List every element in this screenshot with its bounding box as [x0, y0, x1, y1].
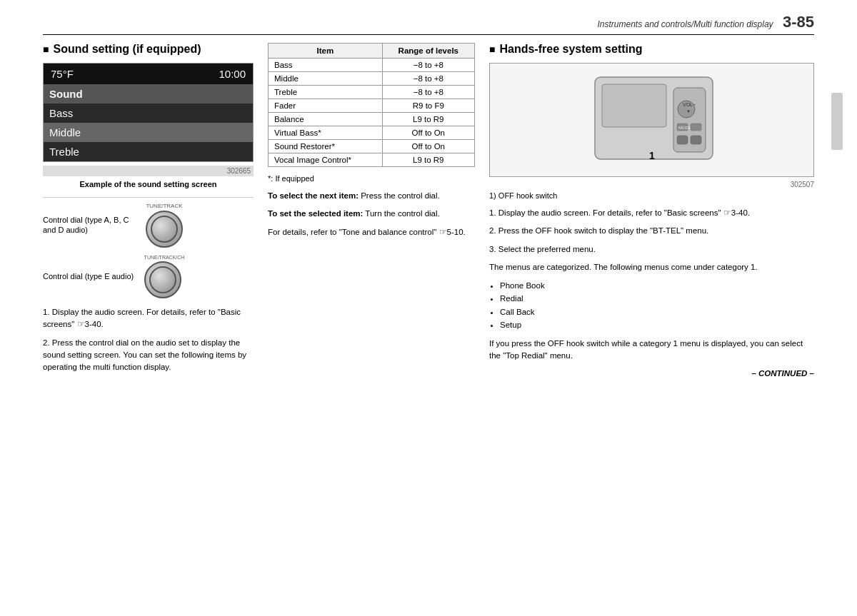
svg-text:VOL−: VOL− [683, 102, 696, 107]
continued-label: – CONTINUED – [489, 369, 814, 378]
table-row: Vocal Image Control* L9 to R9 [269, 153, 475, 167]
svg-rect-8 [691, 123, 701, 131]
main-content: Sound setting (if equipped) 75°F 10:00 S… [43, 43, 814, 602]
dial-text-e: TUNE/TRACK/CH [144, 255, 185, 260]
mid-instruction-2: To set the selected item: Turn the contr… [268, 208, 475, 220]
dial-img-a: TUNE/TRACK [143, 203, 186, 246]
screen-caption: Example of the sound setting screen [43, 180, 254, 188]
list-item-setup: Setup [500, 318, 814, 331]
car-interior-svg: VOL− ▼ MODE 1 [581, 70, 723, 170]
right-additional-text: The menus are categorized. The following… [489, 261, 814, 273]
list-item-callback: Call Back [500, 306, 814, 318]
image-caption: 1) OFF hook switch [489, 191, 814, 200]
table-cell-item: Virtual Bass* [269, 126, 383, 140]
dials-section: Control dial (type A, B, C and D audio) … [43, 197, 254, 298]
car-image-box: VOL− ▼ MODE 1 [489, 63, 814, 177]
middle-column: Item Range of levels Bass −8 to +8 Middl… [268, 43, 475, 602]
dial-circle-e [144, 261, 181, 298]
dial-row-a: Control dial (type A, B, C and D audio) … [43, 203, 254, 246]
table-cell-range: −8 to +8 [382, 72, 474, 86]
list-item-redial: Redial [500, 292, 814, 305]
right-body-1: 1. Display the audio screen. For details… [489, 207, 814, 219]
car-svg: VOL− ▼ MODE 1 [490, 64, 813, 176]
dial-img-e: TUNE/TRACK/CH [143, 255, 186, 298]
table-cell-range: −8 to +8 [382, 59, 474, 72]
menu-item-bass: Bass [44, 103, 253, 123]
table-cell-item: Middle [269, 72, 383, 86]
header-text: Instruments and controls/Multi function … [597, 19, 773, 29]
right-body-2: 2. Press the OFF hook switch to display … [489, 225, 814, 237]
table-cell-range: Off to On [382, 140, 474, 153]
mid-body-text: For details, refer to "Tone and balance … [268, 226, 475, 238]
screen-time: 10:00 [219, 68, 246, 80]
dial-label-e: Control dial (type E audio) [43, 271, 136, 281]
table-row: Middle −8 to +8 [269, 72, 475, 86]
table-cell-range: L9 to R9 [382, 153, 474, 167]
header-rule [43, 34, 814, 35]
table-header-item: Item [269, 44, 383, 59]
right-column: Hands-free system setting VOL− ▼ [489, 43, 814, 602]
table-footnote: *: If equipped [268, 174, 475, 183]
table-cell-range: Off to On [382, 126, 474, 140]
table-cell-item: Balance [269, 113, 383, 126]
table-cell-range: L9 to R9 [382, 113, 474, 126]
dial-circle-a [146, 211, 183, 248]
page-header: Instruments and controls/Multi function … [597, 13, 814, 31]
table-row: Treble −8 to +8 [269, 86, 475, 99]
svg-rect-1 [602, 84, 666, 127]
mid-instruction-1: To select the next item: Press the contr… [268, 190, 475, 202]
table-row: Sound Restorer* Off to On [269, 140, 475, 153]
menu-item-middle: Middle [44, 123, 253, 142]
menu-item-sound: Sound [44, 84, 253, 103]
table-header-range: Range of levels [382, 44, 474, 59]
table-cell-item: Sound Restorer* [269, 140, 383, 153]
table-cell-range: R9 to F9 [382, 99, 474, 113]
svg-text:1: 1 [649, 150, 655, 161]
screen-photo-num: 302665 [43, 166, 254, 176]
table-row: Balance L9 to R9 [269, 113, 475, 126]
table-row: Virtual Bass* Off to On [269, 126, 475, 140]
scrollbar[interactable] [831, 93, 843, 150]
dial-inner-e [149, 266, 176, 293]
table-row: Fader R9 to F9 [269, 99, 475, 113]
svg-rect-10 [691, 136, 701, 144]
dial-row-e: Control dial (type E audio) TUNE/TRACK/C… [43, 255, 254, 298]
screen-temp: 75°F [51, 68, 74, 80]
svg-text:▼: ▼ [686, 109, 691, 113]
hands-free-heading: Hands-free system setting [489, 43, 814, 56]
table-cell-item: Vocal Image Control* [269, 153, 383, 167]
sound-setting-heading: Sound setting (if equipped) [43, 43, 254, 56]
image-photo-num: 302507 [489, 181, 814, 188]
sound-screen: 75°F 10:00 Sound Bass Middle Treble [43, 63, 254, 162]
right-body-3: 3. Select the preferred menu. [489, 243, 814, 256]
right-final-text: If you press the OFF hook switch while a… [489, 338, 814, 363]
sound-table: Item Range of levels Bass −8 to +8 Middl… [268, 43, 475, 167]
list-item-phonebook: Phone Book [500, 279, 814, 292]
table-cell-item: Fader [269, 99, 383, 113]
dial-text-a: TUNE/TRACK [146, 203, 183, 209]
page-number: 3-85 [783, 13, 814, 31]
svg-text:MODE: MODE [678, 126, 691, 130]
table-row: Bass −8 to +8 [269, 59, 475, 72]
menu-item-treble: Treble [44, 142, 253, 161]
screen-top-bar: 75°F 10:00 [44, 64, 253, 84]
table-cell-range: −8 to +8 [382, 86, 474, 99]
dial-inner-a [151, 216, 178, 243]
left-body-2: 2. Press the control dial on the audio s… [43, 337, 254, 374]
table-cell-item: Bass [269, 59, 383, 72]
left-column: Sound setting (if equipped) 75°F 10:00 S… [43, 43, 254, 602]
left-body-1: 1. Display the audio screen. For details… [43, 306, 254, 331]
svg-rect-9 [677, 136, 688, 144]
bullet-list: Phone Book Redial Call Back Setup [500, 279, 814, 332]
table-cell-item: Treble [269, 86, 383, 99]
dial-label-a: Control dial (type A, B, C and D audio) [43, 215, 136, 236]
